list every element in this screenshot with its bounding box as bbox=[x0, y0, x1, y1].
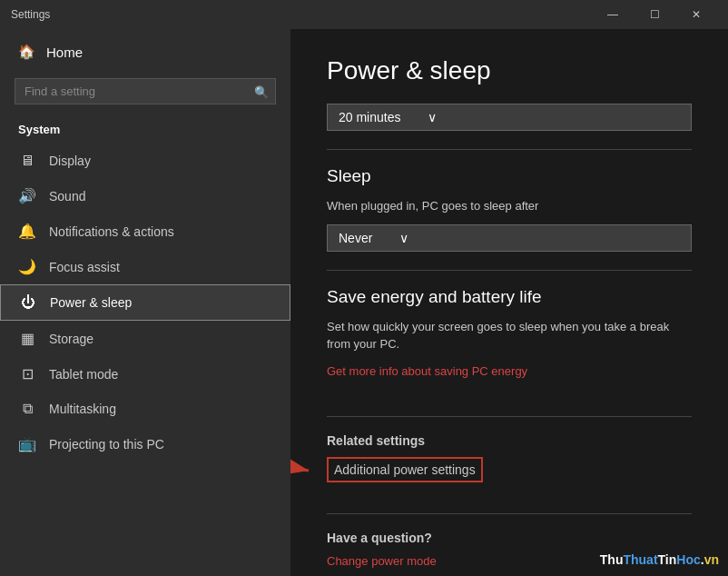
tablet-icon: ⊡ bbox=[18, 365, 36, 382]
home-label: Home bbox=[46, 45, 83, 60]
sidebar-item-display[interactable]: 🖥 Display bbox=[0, 144, 290, 178]
have-question-heading: Have a question? bbox=[327, 531, 692, 545]
sidebar-item-label: Power & sleep bbox=[50, 295, 132, 310]
title-bar: Settings — ☐ ✕ bbox=[0, 0, 728, 29]
sidebar-item-focus[interactable]: 🌙 Focus assist bbox=[0, 249, 290, 284]
sleep-dropdown-chevron: ∨ bbox=[399, 231, 408, 245]
screen-dropdown[interactable]: 20 minutes ∨ bbox=[327, 104, 692, 131]
page-title: Power & sleep bbox=[327, 56, 692, 85]
power-icon: ⏻ bbox=[19, 294, 37, 311]
arrow-annotation-container: Additional power settings bbox=[327, 457, 483, 497]
save-energy-heading: Save energy and battery life bbox=[327, 287, 692, 307]
close-button[interactable]: ✕ bbox=[675, 0, 717, 29]
watermark-thuat: Thuat bbox=[623, 552, 657, 567]
divider-4 bbox=[327, 513, 692, 514]
maximize-button[interactable]: ☐ bbox=[634, 0, 675, 29]
sound-icon: 🔊 bbox=[18, 187, 36, 204]
sidebar-item-tablet[interactable]: ⊡ Tablet mode bbox=[0, 356, 290, 392]
save-energy-description: Set how quickly your screen goes to slee… bbox=[327, 318, 692, 353]
watermark-hoc: Hoc bbox=[676, 552, 700, 567]
home-icon: 🏠 bbox=[18, 44, 35, 60]
sleep-description: When plugged in, PC goes to sleep after bbox=[327, 197, 692, 215]
minimize-button[interactable]: — bbox=[592, 0, 634, 29]
divider-1 bbox=[327, 149, 692, 150]
sidebar-item-label: Projecting to this PC bbox=[49, 437, 164, 452]
save-energy-link[interactable]: Get more info about saving PC energy bbox=[327, 364, 527, 378]
sidebar-item-sound[interactable]: 🔊 Sound bbox=[0, 178, 290, 214]
additional-power-settings-link[interactable]: Additional power settings bbox=[327, 457, 483, 482]
multitasking-icon: ⧉ bbox=[18, 401, 36, 417]
sidebar-item-projecting[interactable]: 📺 Projecting to this PC bbox=[0, 426, 290, 462]
sleep-dropdown-value: Never bbox=[339, 231, 372, 245]
notifications-icon: 🔔 bbox=[18, 223, 36, 240]
sidebar-item-notifications[interactable]: 🔔 Notifications & actions bbox=[0, 214, 290, 249]
search-container: 🔍 bbox=[15, 78, 276, 104]
sidebar-item-label: Sound bbox=[49, 189, 85, 204]
annotation-arrow bbox=[290, 452, 318, 498]
app-title: Settings bbox=[11, 8, 592, 21]
sidebar-item-power[interactable]: ⏻ Power & sleep bbox=[0, 284, 290, 321]
sidebar-home-button[interactable]: 🏠 Home bbox=[0, 29, 290, 74]
sidebar-section-title: System bbox=[0, 115, 290, 144]
sidebar: 🏠 Home 🔍 System 🖥 Display 🔊 Sound 🔔 Noti… bbox=[0, 29, 290, 576]
sidebar-item-label: Storage bbox=[49, 332, 93, 346]
watermark-vn: vn bbox=[704, 552, 719, 567]
search-input[interactable] bbox=[15, 78, 276, 104]
sidebar-item-label: Focus assist bbox=[49, 260, 120, 274]
screen-dropdown-chevron: ∨ bbox=[428, 110, 437, 124]
sidebar-item-label: Notifications & actions bbox=[49, 224, 174, 239]
watermark: ThuThuatTinHoc.vn bbox=[600, 552, 719, 567]
sidebar-item-label: Tablet mode bbox=[49, 367, 118, 382]
watermark-thu: Thu bbox=[600, 552, 624, 567]
sleep-dropdown[interactable]: Never ∨ bbox=[327, 224, 692, 252]
related-settings-heading: Related settings bbox=[327, 433, 692, 448]
screen-dropdown-value: 20 minutes bbox=[339, 110, 400, 124]
watermark-tin: Tin bbox=[658, 552, 677, 567]
divider-3 bbox=[327, 416, 692, 417]
sleep-heading: Sleep bbox=[327, 166, 692, 186]
storage-icon: ▦ bbox=[18, 330, 36, 347]
sidebar-item-label: Multitasking bbox=[49, 402, 116, 416]
focus-icon: 🌙 bbox=[18, 258, 36, 275]
projecting-icon: 📺 bbox=[18, 435, 36, 452]
sidebar-item-multitasking[interactable]: ⧉ Multitasking bbox=[0, 392, 290, 426]
sidebar-item-label: Display bbox=[49, 154, 91, 168]
content-area: Power & sleep 20 minutes ∨ Sleep When pl… bbox=[290, 29, 728, 576]
window-controls: — ☐ ✕ bbox=[592, 0, 717, 29]
search-icon: 🔍 bbox=[254, 84, 269, 98]
divider-2 bbox=[327, 270, 692, 271]
change-power-mode-link[interactable]: Change power mode bbox=[327, 554, 437, 568]
app-body: 🏠 Home 🔍 System 🖥 Display 🔊 Sound 🔔 Noti… bbox=[0, 29, 728, 576]
display-icon: 🖥 bbox=[18, 153, 36, 169]
sidebar-item-storage[interactable]: ▦ Storage bbox=[0, 321, 290, 356]
